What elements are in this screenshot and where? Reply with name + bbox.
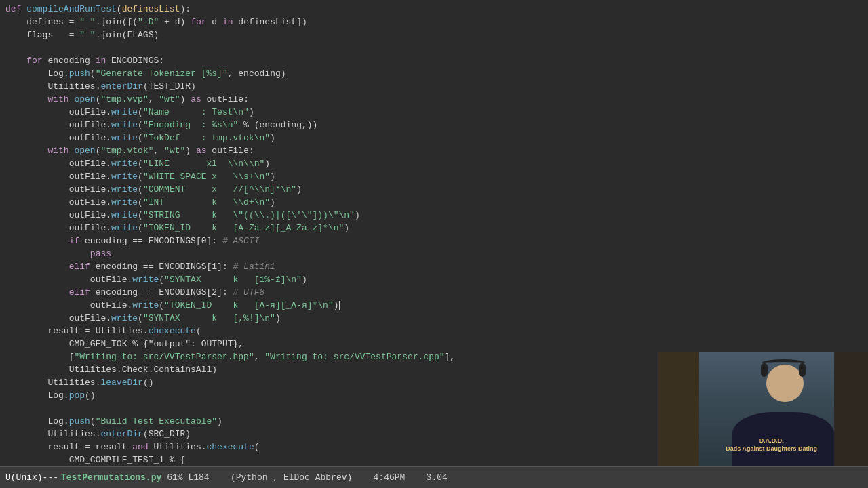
token-op: = [69,17,80,27]
token-method: write [111,159,138,169]
token-punct: . [201,442,207,452]
token-punct: ) [264,159,270,169]
token-method: leaveDir [100,378,142,388]
token-var: outFile [69,107,106,117]
token-punct: ) [296,184,302,195]
status-filename: TestPermutations.py [61,472,161,483]
token-str: "COMMENT x //[^\\n]*\n" [143,184,296,195]
token-punct: , [254,352,265,362]
token-kw: pass [90,249,111,259]
token-method: write [111,133,138,143]
token-var: Utilities [96,326,143,336]
token-punct: . [106,171,111,182]
token-str: "Writing to: src/VVTestParser.cpp" [264,352,444,362]
code-line [5,41,658,54]
token-var: outFile [69,171,106,182]
token-punct: ( [138,133,143,143]
token-var: definesList [238,17,296,27]
code-line: elif encoding == ENCODINGS[1]: # Latin1 [5,260,658,273]
token-punct: ( [196,326,201,336]
token-op: % [170,455,180,465]
token-punct: ( [90,416,96,426]
token-method: write [132,274,159,285]
code-line: Log.push("Build Test Executable") [5,415,658,428]
token-var: Utilities [69,365,117,375]
code-line: with open("tmp.vtok", "wt") as outFile: [5,144,658,157]
token-punct: ) [302,274,307,285]
token-var: Utilities [153,442,201,452]
token-punct: {"output": OUTPUT}, [143,339,243,349]
token-var: result [47,442,85,452]
token-method: write [111,107,138,117]
token-var: outFile [69,223,106,233]
token-var: CMD_GEN_TOK [69,339,133,349]
code-line: CMD_COMPILE_TEST_1 % { [5,453,658,466]
code-line: outFile.write("TOKEN_ID k [А-я][_A-я]*\n… [5,299,658,312]
token-var: ENCODINGS [159,287,206,298]
token-kw: as [191,94,206,104]
token-str: "Build Test Executable" [96,416,217,426]
code-line: outFile.write("Name : Test\n") [5,106,658,119]
token-punct: ( [138,171,143,182]
token-punct: ]) [296,17,307,27]
token-punct: ( [138,159,143,169]
token-var: ENCODINGS [149,236,196,246]
token-var: defines [26,17,68,27]
token-op: + [159,17,174,27]
token-punct: : [159,56,164,66]
code-line: outFile.write("SYNTAX k [,%!]\n") [5,312,658,325]
token-kw: in [96,56,111,66]
token-punct: (SRC_DIR) [143,429,191,439]
token-var: outFile [90,300,127,310]
webcam-video: D.A.D.D.Dads Against Daughters Dating [658,352,868,466]
token-punct: ) [217,416,222,426]
code-line: outFile.write("STRING k \"((\\.)|([\'\"]… [5,209,658,222]
token-kw: elif [69,262,96,272]
token-method: open [74,94,95,104]
token-op: == [143,287,159,298]
token-var: encoding [47,56,95,66]
token-str: "TOKEN_ID k [A-Za-z][_A-Za-z]*\n" [143,223,344,233]
token-str: "wt" [164,146,185,156]
token-punct: { [180,455,185,465]
code-line: outFile.write("COMMENT x //[^\\n]*\n") [5,183,658,196]
token-var: Utilities [47,429,95,439]
code-line: outFile.write("LINE xl \\n\\n") [5,157,658,170]
code-line: result = result and Utilities.chexecute( [5,441,658,453]
token-punct: ], [445,352,456,362]
token-str: "-D" [138,17,159,27]
token-op: = [69,30,80,40]
token-op: % [238,120,254,130]
token-punct: ) [270,133,275,143]
token-punct: . [106,313,111,323]
token-punct: ( [138,197,143,207]
token-var: outFile [90,274,127,285]
token-punct: ) [180,94,191,104]
code-line: Utilities.enterDir(SRC_DIR) [5,428,658,441]
token-punct: ( [159,300,164,310]
shelf-bg [834,352,868,466]
token-var: d [212,17,222,27]
token-punct: .join(FLAGS) [96,30,159,40]
token-kw: for [26,56,47,66]
token-punct: () [85,390,96,401]
token-punct: (TEST_DIR) [143,81,196,92]
token-method: chexecute [207,442,254,452]
token-var: result [47,326,85,336]
token-punct: . [106,107,111,117]
code-line: Utilities.Check.ContainsAll) [5,363,658,376]
token-punct: . [106,120,111,130]
token-method: open [74,146,95,156]
right-panel [658,0,868,352]
token-op: == [132,236,148,246]
token-var: ENCODINGS [159,262,206,272]
token-var: outFile [69,184,106,195]
token-str: "TokDef : tmp.vtok\n" [143,133,270,143]
token-op: % [132,339,143,349]
token-punct: . [106,210,111,220]
token-method: write [111,171,138,182]
status-position: 61% L184 (Python , ElDoc Abbrev) 4:46PM … [167,472,448,483]
token-str: "Writing to: src/VVTestParser.hpp" [74,352,254,362]
token-punct: ( [117,4,122,14]
token-punct: ) [275,313,281,323]
